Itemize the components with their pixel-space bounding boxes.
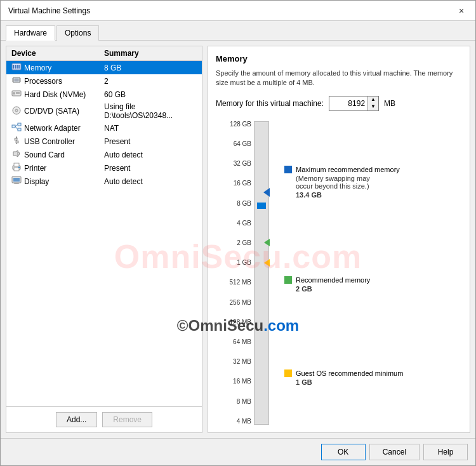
device-name-label: USB Controller [24,137,75,146]
memory-slider-area: 128 GB64 GB32 GB16 GB8 GB4 GB2 GB1 GB512… [216,121,462,425]
scale-label: 64 GB [234,141,251,147]
scale-label: 2 GB [237,240,251,246]
close-button[interactable]: × [455,4,468,17]
scale-label: 32 GB [234,161,251,167]
memory-slider-thumb[interactable] [257,203,266,209]
main-content: Device Summary Memory 8 GB Processors 2 … [1,41,475,438]
rec-memory-value: 2 GB [284,285,462,293]
memory-spinner: ▲ ▼ [367,97,378,110]
device-row-display[interactable]: Display Auto detect [6,175,202,188]
device-row-harddisk[interactable]: Hard Disk (NVMe) 60 GB [6,88,202,101]
memory-unit-label: MB [384,99,395,108]
scale-label: 16 MB [233,378,251,385]
device-row-usb[interactable]: USB Controller Present [6,135,202,148]
memory-input-row: Memory for this virtual machine: ▲ ▼ MB [216,96,462,111]
guest-memory-label: Guest OS recommended minimum [296,369,403,377]
device-name-label: CD/DVD (SATA) [24,107,79,116]
col-device-label: Device [11,49,104,58]
svg-rect-15 [16,92,20,93]
device-name-label: Memory [24,63,51,72]
disk-icon [11,89,22,100]
scale-label: 512 MB [230,279,251,286]
svg-rect-2 [15,65,16,69]
rec-memory-color [284,276,292,284]
help-button[interactable]: Help [423,444,468,460]
display-icon [11,176,22,187]
device-summary-label: NAT [104,124,197,133]
svg-line-24 [15,126,18,130]
tab-options[interactable]: Options [56,25,99,41]
device-name-label: Printer [24,164,46,173]
device-name-label: Sound Card [24,150,65,159]
scale-label: 128 GB [230,121,251,128]
svg-rect-3 [17,65,18,69]
svg-line-23 [15,124,18,126]
svg-rect-21 [18,123,21,126]
rec-memory-label: Recommended memory [296,276,370,284]
device-summary-label: Using file D:\tools\OS\20348... [104,102,197,120]
usb-icon [11,136,22,147]
cd-icon [11,106,22,117]
tab-hardware[interactable]: Hardware [6,25,55,41]
spin-down-button[interactable]: ▼ [368,103,378,110]
svg-point-33 [18,167,20,168]
svg-rect-16 [16,93,20,94]
legend-area: Maximum recommended memory (Memory swapp… [269,121,462,425]
device-row-cddvd[interactable]: CD/DVD (SATA) Using file D:\tools\OS\203… [6,101,202,121]
cancel-button[interactable]: Cancel [369,444,420,460]
device-name-label: Processors [24,77,62,86]
scale-label: 128 MB [230,319,251,326]
svg-rect-31 [14,163,19,166]
memory-section-title: Memory [216,54,462,63]
scale-label: 16 GB [234,180,251,187]
window-title: Virtual Machine Settings [8,6,90,15]
scale-label: 4 GB [237,220,251,227]
device-summary-label: Present [104,164,197,173]
svg-point-19 [16,110,17,111]
printer-icon [11,163,22,173]
col-summary-label: Summary [104,49,197,58]
device-summary-label: 2 [104,77,197,86]
device-row-processors[interactable]: Processors 2 [6,74,202,88]
device-summary-label: 8 GB [104,63,197,72]
svg-marker-28 [15,136,18,138]
svg-rect-32 [14,168,19,171]
remove-button[interactable]: Remove [102,412,152,427]
rec-memory-legend: Recommended memory 2 GB [284,276,462,293]
device-summary-label: Auto detect [104,150,197,159]
add-button[interactable]: Add... [56,412,97,427]
device-name-label: Hard Disk (NVMe) [24,90,86,99]
device-row-printer[interactable]: Printer Present [6,161,202,175]
add-remove-bar: Add... Remove [6,406,202,432]
device-name-label: Network Adapter [24,124,81,133]
device-row-network[interactable]: Network Adapter NAT [6,121,202,135]
title-bar: Virtual Machine Settings × [1,1,475,21]
network-icon [11,123,22,133]
guest-memory-value: 1 GB [284,378,462,386]
max-memory-color [284,166,292,173]
svg-rect-37 [14,183,19,184]
scale-label: 256 MB [230,300,251,306]
device-row-memory[interactable]: Memory 8 GB [6,61,202,74]
device-row-sound[interactable]: Sound Card Auto detect [6,148,202,161]
sound-icon [11,149,22,160]
svg-rect-35 [13,178,20,182]
max-memory-legend: Maximum recommended memory (Memory swapp… [284,166,462,199]
guest-memory-legend: Guest OS recommended minimum 1 GB [284,369,462,386]
virtual-machine-settings-window: Virtual Machine Settings × Hardware Opti… [0,0,476,466]
memory-section-desc: Specify the amount of memory allocated t… [216,69,462,88]
svg-rect-6 [15,79,18,81]
max-memory-value: 13.4 GB [284,191,462,199]
spin-up-button[interactable]: ▲ [368,97,378,103]
ok-button[interactable]: OK [321,444,366,460]
guest-memory-color [284,369,292,377]
scale-label: 32 MB [233,359,251,365]
scale-label: 8 MB [237,399,251,405]
device-summary-label: 60 GB [104,90,197,99]
memory-value-input[interactable] [329,97,367,110]
device-name-label: Display [24,177,49,186]
scale-label: 64 MB [233,339,251,345]
guest-memory-arrow [264,259,270,267]
scale-label: 8 GB [237,201,251,207]
memory-input-label: Memory for this virtual machine: [216,99,324,108]
